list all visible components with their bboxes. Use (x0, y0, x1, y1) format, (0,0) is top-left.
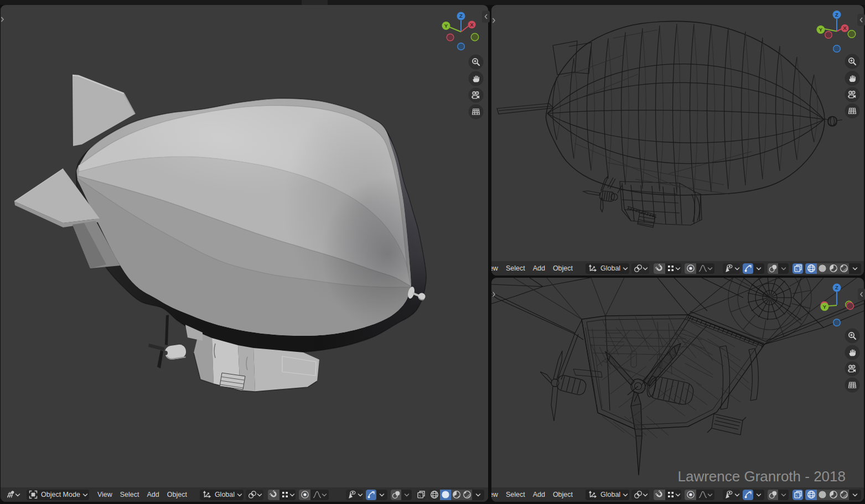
svg-text:Lawrence Granroth - 2018: Lawrence Granroth - 2018 (677, 468, 846, 485)
